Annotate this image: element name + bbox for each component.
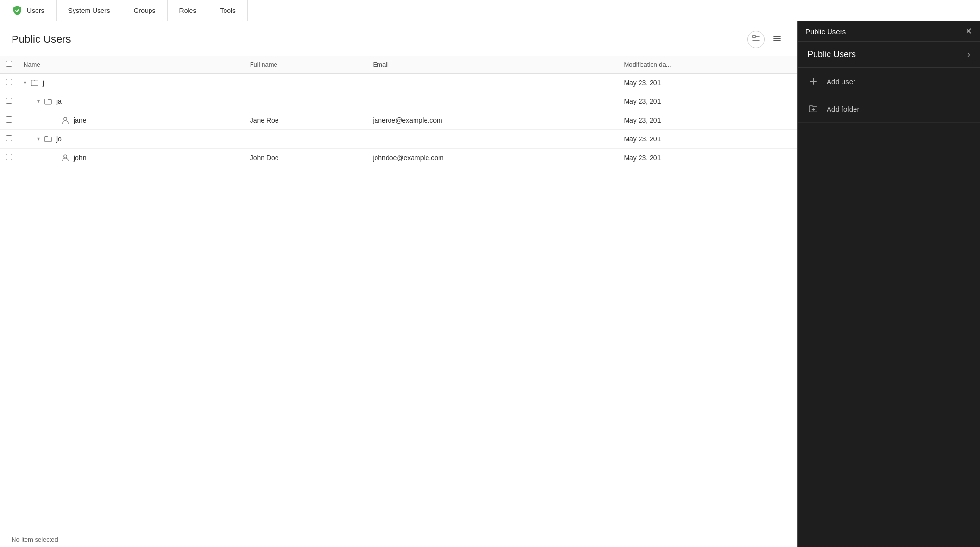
add-user-action[interactable]: Add user xyxy=(798,68,980,95)
row-select-checkbox[interactable] xyxy=(6,79,12,85)
col-header-name: Name xyxy=(18,56,244,74)
row-email-cell xyxy=(367,92,618,111)
hamburger-icon xyxy=(772,34,782,46)
row-name-label: j xyxy=(43,79,44,87)
row-checkbox-cell xyxy=(0,74,18,92)
nav-item-roles[interactable]: Roles xyxy=(168,0,209,21)
folder-icon xyxy=(30,78,39,87)
panel-subtitle: Public Users xyxy=(807,50,856,60)
table-row[interactable]: ▾jMay 23, 201 xyxy=(0,74,797,92)
content-area: Public Users xyxy=(0,21,797,547)
right-panel: Public Users ✕ Public Users › Add user xyxy=(797,21,980,547)
row-fullname-cell xyxy=(244,74,367,92)
table-row[interactable]: ▾jaMay 23, 201 xyxy=(0,92,797,111)
panel-chevron-icon: › xyxy=(967,50,970,60)
layout-icon xyxy=(752,34,760,45)
row-name-label: jane xyxy=(74,116,86,124)
row-name-cell: ▾jo xyxy=(18,130,244,149)
add-user-label: Add user xyxy=(827,77,855,86)
top-nav: Users System Users Groups Roles Tools xyxy=(0,0,980,21)
row-email-cell: janeroe@example.com xyxy=(367,111,618,130)
row-fullname-cell xyxy=(244,92,367,111)
user-icon xyxy=(61,116,70,124)
panel-header: Public Users ✕ xyxy=(798,21,980,42)
row-name-label: jo xyxy=(56,135,62,143)
row-modification-cell: May 23, 201 xyxy=(618,149,797,167)
row-fullname-cell: John Doe xyxy=(244,149,367,167)
folder-icon xyxy=(44,135,52,143)
expand-chevron-icon[interactable]: ▾ xyxy=(37,98,40,105)
table-header-row: Name Full name Email Modification da... xyxy=(0,56,797,74)
add-folder-action[interactable]: Add folder xyxy=(798,95,980,123)
status-bar: No item selected xyxy=(0,532,797,547)
users-table-wrapper: Name Full name Email Modification da... xyxy=(0,56,797,532)
row-modification-cell: May 23, 201 xyxy=(618,92,797,111)
layout-toggle-button[interactable] xyxy=(747,31,765,48)
row-name-label: ja xyxy=(56,98,62,105)
row-checkbox-cell xyxy=(0,111,18,130)
nav-label-tools: Tools xyxy=(220,7,236,14)
folder-add-icon xyxy=(807,103,819,114)
row-modification-cell: May 23, 201 xyxy=(618,74,797,92)
row-fullname-cell: Jane Roe xyxy=(244,111,367,130)
row-name-label: john xyxy=(74,154,86,162)
select-all-checkbox[interactable] xyxy=(6,61,12,67)
row-modification-cell: May 23, 201 xyxy=(618,111,797,130)
table-row[interactable]: ▾joMay 23, 201 xyxy=(0,130,797,149)
main-layout: Public Users xyxy=(0,21,980,547)
nav-item-system-users[interactable]: System Users xyxy=(57,0,122,21)
user-icon xyxy=(61,153,70,162)
row-name-cell: ▾ja xyxy=(18,92,244,111)
col-header-modification: Modification da... xyxy=(618,56,797,74)
row-select-checkbox[interactable] xyxy=(6,154,12,160)
shield-icon xyxy=(12,5,23,16)
expand-chevron-icon[interactable]: ▾ xyxy=(37,136,40,142)
nav-item-users[interactable]: Users xyxy=(0,0,57,21)
row-email-cell xyxy=(367,74,618,92)
row-select-checkbox[interactable] xyxy=(6,135,12,141)
col-header-email: Email xyxy=(367,56,618,74)
nav-label-system-users: System Users xyxy=(68,7,110,14)
row-checkbox-cell xyxy=(0,149,18,167)
nav-label-roles: Roles xyxy=(179,7,197,14)
nav-item-groups[interactable]: Groups xyxy=(122,0,168,21)
panel-header-title: Public Users xyxy=(805,27,846,36)
row-email-cell xyxy=(367,130,618,149)
status-text: No item selected xyxy=(12,536,58,543)
row-name-cell: ▾j xyxy=(18,74,244,92)
table-row[interactable]: janeJane Roejaneroe@example.comMay 23, 2… xyxy=(0,111,797,130)
row-email-cell: johndoe@example.com xyxy=(367,149,618,167)
nav-label-groups: Groups xyxy=(134,7,156,14)
nav-item-tools[interactable]: Tools xyxy=(208,0,248,21)
row-checkbox-cell xyxy=(0,92,18,111)
svg-point-6 xyxy=(64,117,67,120)
select-all-header[interactable] xyxy=(0,56,18,74)
col-header-fullname: Full name xyxy=(244,56,367,74)
page-header: Public Users xyxy=(0,21,797,56)
row-fullname-cell xyxy=(244,130,367,149)
folder-icon xyxy=(44,97,52,106)
nav-label-users: Users xyxy=(27,7,45,14)
plus-icon xyxy=(807,75,819,87)
svg-point-7 xyxy=(64,155,67,158)
page-title: Public Users xyxy=(12,33,71,46)
expand-chevron-icon[interactable]: ▾ xyxy=(24,79,26,86)
panel-close-button[interactable]: ✕ xyxy=(965,27,972,36)
row-select-checkbox[interactable] xyxy=(6,98,12,104)
row-checkbox-cell xyxy=(0,130,18,149)
menu-button[interactable] xyxy=(768,31,786,48)
table-row[interactable]: johnJohn Doejohndoe@example.comMay 23, 2… xyxy=(0,149,797,167)
panel-actions: Add user Add folder xyxy=(798,68,980,123)
row-select-checkbox[interactable] xyxy=(6,116,12,123)
row-name-cell: john xyxy=(18,149,244,167)
users-table: Name Full name Email Modification da... xyxy=(0,56,797,167)
panel-subheader[interactable]: Public Users › xyxy=(798,42,980,68)
header-actions xyxy=(747,31,786,48)
svg-rect-0 xyxy=(753,35,755,38)
row-name-cell: jane xyxy=(18,111,244,130)
table-body: ▾jMay 23, 201▾jaMay 23, 201janeJane Roej… xyxy=(0,74,797,167)
row-modification-cell: May 23, 201 xyxy=(618,130,797,149)
add-folder-label: Add folder xyxy=(827,105,859,113)
